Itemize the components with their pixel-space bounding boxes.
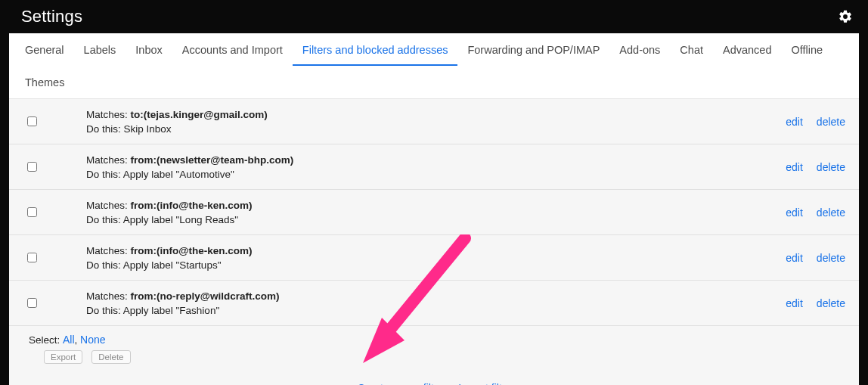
filters-footer: Select: All, None Export Delete Create a… — [9, 326, 859, 385]
matches-prefix: Matches: — [86, 200, 131, 211]
filter-row: Matches: from:(newsletter@team-bhp.com)D… — [9, 144, 859, 190]
tab-filters[interactable]: Filters and blocked addresses — [293, 33, 458, 66]
select-none-link[interactable]: None — [80, 334, 105, 346]
filter-criteria: to:(tejas.kinger@gmail.com) — [131, 109, 268, 120]
select-all-link[interactable]: All — [63, 334, 75, 346]
filter-checkbox-cell — [17, 162, 47, 172]
filter-criteria: from:(newsletter@team-bhp.com) — [131, 154, 294, 166]
filter-action: Do this: Apply label "Long Reads" — [86, 214, 777, 225]
bulk-buttons: Export Delete — [44, 350, 845, 364]
filter-action: Do this: Apply label "Automotive" — [86, 169, 777, 180]
delete-link[interactable]: delete — [817, 297, 845, 309]
comma: , — [75, 334, 81, 346]
filter-action: Do this: Apply label "Fashion" — [86, 305, 777, 316]
edit-link[interactable]: edit — [786, 297, 803, 309]
matches-prefix: Matches: — [86, 109, 131, 120]
filter-criteria: from:(info@the-ken.com) — [131, 245, 253, 256]
edit-link[interactable]: edit — [786, 252, 803, 264]
filter-row: Matches: from:(no-reply@wildcraft.com)Do… — [9, 281, 859, 326]
filter-text: Matches: to:(tejas.kinger@gmail.com)Do t… — [56, 109, 777, 135]
filter-matches: Matches: to:(tejas.kinger@gmail.com) — [86, 109, 777, 120]
filter-row: Matches: from:(info@the-ken.com)Do this:… — [9, 235, 859, 281]
select-label: Select: — [29, 334, 63, 346]
delete-link[interactable]: delete — [817, 252, 845, 264]
filter-checkbox[interactable] — [27, 253, 37, 262]
delete-link[interactable]: delete — [817, 206, 845, 219]
filter-text: Matches: from:(no-reply@wildcraft.com)Do… — [56, 290, 777, 316]
filter-matches: Matches: from:(info@the-ken.com) — [86, 200, 777, 211]
delete-link[interactable]: delete — [817, 161, 845, 173]
filter-checkbox-cell — [17, 116, 47, 126]
tab-offline[interactable]: Offline — [782, 33, 833, 66]
filter-actions: editdelete — [786, 116, 845, 128]
settings-panel: General Labels Inbox Accounts and Import… — [9, 33, 859, 385]
tab-addons[interactable]: Add-ons — [609, 33, 670, 66]
filter-matches: Matches: from:(newsletter@team-bhp.com) — [86, 154, 777, 166]
filter-actions: editdelete — [786, 161, 845, 173]
gear-icon[interactable] — [838, 9, 853, 24]
filter-matches: Matches: from:(no-reply@wildcraft.com) — [86, 290, 777, 302]
filter-checkbox[interactable] — [27, 162, 37, 172]
edit-link[interactable]: edit — [786, 161, 803, 173]
tab-inbox[interactable]: Inbox — [126, 33, 172, 66]
filter-text: Matches: from:(info@the-ken.com)Do this:… — [56, 200, 777, 225]
delete-button[interactable]: Delete — [91, 350, 130, 364]
select-row: Select: All, None — [29, 334, 845, 346]
filters-list: Matches: to:(tejas.kinger@gmail.com)Do t… — [9, 98, 859, 385]
filter-checkbox-cell — [17, 298, 47, 308]
filter-actions: editdelete — [786, 206, 845, 219]
tab-general[interactable]: General — [15, 33, 74, 66]
filter-checkbox[interactable] — [27, 207, 37, 217]
tab-accounts[interactable]: Accounts and Import — [172, 33, 293, 66]
filter-text: Matches: from:(info@the-ken.com)Do this:… — [56, 245, 777, 271]
create-row: Create a new filter Import filters — [29, 364, 845, 385]
filter-action: Do this: Skip Inbox — [86, 123, 777, 135]
filter-actions: editdelete — [786, 297, 845, 309]
filter-row: Matches: from:(info@the-ken.com)Do this:… — [9, 190, 859, 235]
filter-action: Do this: Apply label "Startups" — [86, 259, 777, 271]
filter-checkbox[interactable] — [27, 116, 37, 126]
create-filter-link[interactable]: Create a new filter — [358, 382, 444, 385]
matches-prefix: Matches: — [86, 245, 131, 256]
matches-prefix: Matches: — [86, 154, 131, 166]
filter-text: Matches: from:(newsletter@team-bhp.com)D… — [56, 154, 777, 180]
tab-forwarding[interactable]: Forwarding and POP/IMAP — [457, 33, 609, 66]
filter-row: Matches: to:(tejas.kinger@gmail.com)Do t… — [9, 99, 859, 144]
tab-advanced[interactable]: Advanced — [713, 33, 782, 66]
tab-themes[interactable]: Themes — [15, 66, 74, 98]
tab-labels[interactable]: Labels — [74, 33, 126, 66]
filter-checkbox-cell — [17, 253, 47, 262]
edit-link[interactable]: edit — [786, 206, 803, 219]
matches-prefix: Matches: — [86, 290, 131, 302]
delete-link[interactable]: delete — [817, 116, 845, 128]
tabs: General Labels Inbox Accounts and Import… — [9, 33, 859, 98]
export-button[interactable]: Export — [44, 350, 82, 364]
tab-chat[interactable]: Chat — [670, 33, 713, 66]
page-title: Settings — [21, 7, 82, 26]
filter-criteria: from:(no-reply@wildcraft.com) — [131, 290, 280, 302]
header: Settings — [0, 0, 868, 33]
filter-matches: Matches: from:(info@the-ken.com) — [86, 245, 777, 256]
edit-link[interactable]: edit — [786, 116, 803, 128]
filter-criteria: from:(info@the-ken.com) — [131, 200, 253, 211]
filter-checkbox[interactable] — [27, 298, 37, 308]
filter-checkbox-cell — [17, 207, 47, 217]
filter-actions: editdelete — [786, 252, 845, 264]
import-filters-link[interactable]: Import filters — [458, 382, 516, 385]
